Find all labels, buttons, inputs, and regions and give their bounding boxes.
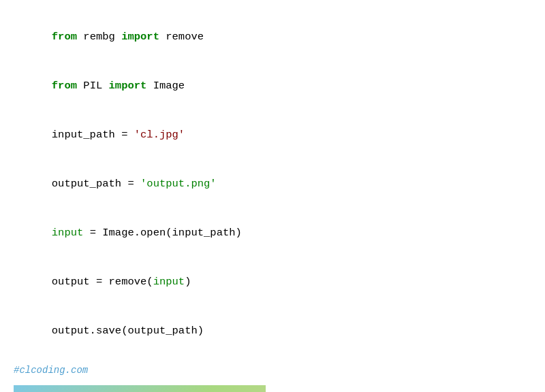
var-input: input (52, 227, 84, 239)
svg-rect-0 (14, 385, 266, 392)
bird-no-background (272, 385, 525, 392)
func-remove: remove (159, 31, 204, 43)
assign-image-open: = Image.open(input_path) (83, 227, 242, 239)
keyword-import-1: import (121, 31, 159, 43)
svg-rect-18 (272, 385, 525, 392)
var-output-path: output_path = (52, 178, 140, 190)
code-line-7: output.save(output_path) (14, 306, 531, 355)
bird-bg-svg (14, 385, 266, 392)
page: from rembg import remove from PIL import… (0, 0, 545, 392)
class-image: Image (146, 80, 185, 92)
code-line-1: from rembg import remove (14, 12, 531, 61)
close-paren: ) (185, 276, 191, 288)
watermark: #clcoding.com (14, 365, 531, 376)
bird-nobg-svg (272, 385, 525, 392)
code-line-4: output_path = 'output.png' (14, 159, 531, 208)
module-pil: PIL (77, 80, 109, 92)
var-input-path: input_path = (52, 129, 134, 141)
var-input-ref: input (153, 276, 185, 288)
code-line-2: from PIL import Image (14, 61, 531, 110)
var-output: output = remove( (52, 276, 153, 288)
code-line-6: output = remove(input) (14, 257, 531, 306)
keyword-from-1: from (52, 31, 77, 43)
keyword-from-2: from (52, 80, 77, 92)
images-row (14, 385, 531, 392)
output-save: output.save(output_path) (52, 325, 204, 337)
bird-with-background (14, 385, 266, 392)
code-line-5: input = Image.open(input_path) (14, 208, 531, 257)
code-block: from rembg import remove from PIL import… (14, 12, 531, 355)
keyword-import-2: import (109, 80, 147, 92)
code-line-3: input_path = 'cl.jpg' (14, 110, 531, 159)
string-cl-jpg: 'cl.jpg' (134, 129, 185, 141)
module-rembg: rembg (77, 31, 121, 43)
string-output-png: 'output.png' (140, 178, 217, 190)
